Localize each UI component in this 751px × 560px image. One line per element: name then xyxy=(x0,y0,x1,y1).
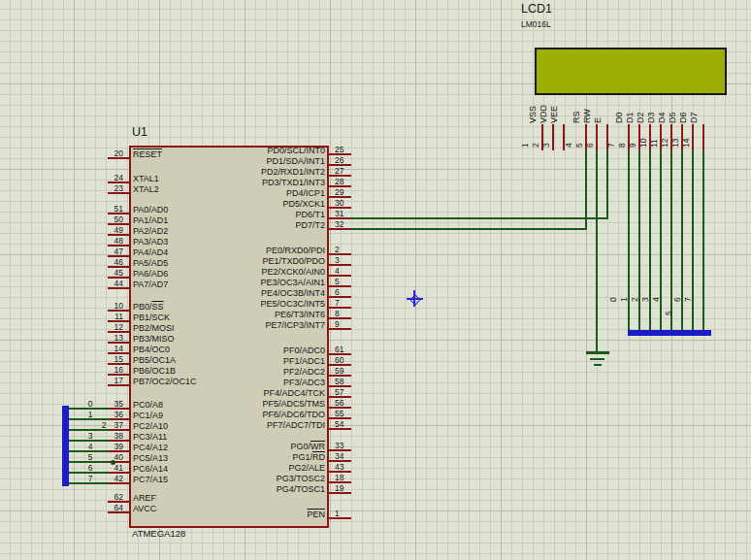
wire[interactable] xyxy=(649,150,651,332)
mcu-pin-label: PEN xyxy=(180,510,325,519)
mcu-pin-label: PD0/SCL/INT0 xyxy=(180,146,325,155)
mcu-pin-label-text: RD xyxy=(312,452,325,462)
wire[interactable] xyxy=(350,217,608,219)
mcu-pin-label-text: PE0/RXD0/PDI xyxy=(266,246,325,255)
lcd-pin-number: 7 xyxy=(606,124,616,148)
lcd-pin-label: D5 xyxy=(668,90,677,123)
lcd-data-bus[interactable] xyxy=(628,330,711,336)
wire[interactable] xyxy=(681,150,683,332)
lcd-pin-number: 9 xyxy=(628,124,637,148)
mcu-pin-number: 8 xyxy=(335,309,362,318)
wire[interactable] xyxy=(596,150,598,352)
lcd-pin-stub[interactable] xyxy=(596,124,598,150)
mcu-pin-label: PD2/RXD1/INT2 xyxy=(180,167,325,177)
mcu-pin-label-text: PF0/ADC0 xyxy=(283,346,325,355)
wire[interactable] xyxy=(606,150,608,219)
ground-symbol[interactable] xyxy=(586,351,609,354)
pc-data-bus[interactable] xyxy=(62,406,69,486)
mcu-pin-label-text: PF3/ADC3 xyxy=(283,378,325,387)
mcu-pin-label-text: PF4/ADC4/TCK xyxy=(263,388,325,398)
bus-entry-label: 7 xyxy=(683,280,693,302)
bus-entry-label: 1 xyxy=(84,410,96,419)
wire[interactable] xyxy=(702,150,704,332)
mcu-pin-label: PE4/OC3B/INT4 xyxy=(180,288,325,298)
mcu-pin-number: 20 xyxy=(96,148,123,158)
mcu-pin-label-text: PD0/SCL/INT0 xyxy=(267,146,325,155)
mcu-pin-label: PD5/XCK1 xyxy=(180,199,325,209)
mcu-pin-number: 9 xyxy=(335,319,362,329)
mcu-pin-label-text: PB2/MOSI xyxy=(133,323,175,333)
schematic-canvas: U1 ATMEGA128 LCD1 LM016L 20RESET24XTAL12… xyxy=(0,0,751,560)
mcu-pin-label-text: PC4/A12 xyxy=(133,443,168,452)
wire[interactable] xyxy=(628,150,630,332)
bus-entry-label: 5 xyxy=(84,452,96,462)
mcu-pin-label-text: PA0/AD0 xyxy=(133,205,168,214)
mcu-pin-label-text: PD2/RXD1/INT2 xyxy=(261,167,325,177)
mcu-pin-label-text: PC2/A10 xyxy=(133,421,168,431)
lcd-pin-label: VSS xyxy=(528,90,538,123)
lcd-pin-label: VEE xyxy=(549,90,559,123)
ground-symbol[interactable] xyxy=(590,358,604,361)
mcu-pin-label-text: SS xyxy=(152,302,164,312)
mcu-pin-label-text: PA3/AD3 xyxy=(133,237,168,247)
wire[interactable] xyxy=(660,150,662,332)
mcu-pin-label-text: PG4/TOSC1 xyxy=(277,484,325,494)
mcu-pin-number: 54 xyxy=(335,419,362,429)
mcu-pin-number: 62 xyxy=(96,492,123,502)
lcd-pin-label: D2 xyxy=(636,90,645,123)
mcu-pin-number: 56 xyxy=(335,398,362,408)
mcu-pin-number: 58 xyxy=(335,377,362,386)
bus-entry-label: 4 xyxy=(651,280,661,302)
mcu-pin-number: 11 xyxy=(96,312,123,321)
wire[interactable] xyxy=(350,228,587,230)
mcu-pin-number: 59 xyxy=(335,366,362,376)
mcu-pin-label: PF7/ADC7/TDI xyxy=(180,420,325,430)
lcd-pin-number: 5 xyxy=(574,124,584,148)
mcu-pin-number: 16 xyxy=(96,365,123,375)
mcu-pin-label-text: PC6/A14 xyxy=(133,464,168,474)
wire[interactable] xyxy=(638,150,640,332)
mcu-pin-label-text: PD5/XCK1 xyxy=(282,199,325,209)
mcu-part-label: ATMEGA128 xyxy=(132,529,185,539)
mcu-pin-number: 64 xyxy=(96,503,123,512)
mcu-pin-number: 45 xyxy=(96,268,123,278)
mcu-pin-number: 17 xyxy=(96,376,123,385)
mcu-pin-label: PG3/TOSC2 xyxy=(180,474,325,483)
mcu-pin-number: 25 xyxy=(335,145,362,154)
mcu-pin-number: 19 xyxy=(335,483,362,493)
lcd-ref-label: LCD1 xyxy=(521,2,552,16)
lcd-display[interactable] xyxy=(535,48,727,95)
mcu-pin-label-text: PB6/OC1B xyxy=(133,366,176,376)
mcu-pin-label-text: PG3/TOSC2 xyxy=(277,474,325,483)
mcu-pin-label-text: PG0/ xyxy=(290,442,310,451)
mcu-pin-label: PD3/TXD1/INT3 xyxy=(180,178,325,187)
mcu-pin-label: PE0/RXD0/PDI xyxy=(180,246,325,255)
junction-dot xyxy=(111,460,115,465)
lcd-pin-label: RW xyxy=(582,90,592,123)
mcu-pin-number: 57 xyxy=(335,387,362,397)
mcu-pin-label: PG2/ALE xyxy=(180,463,325,473)
mcu-pin-label-text: PG2/ALE xyxy=(288,463,325,473)
mcu-pin-label-text: PD6/T1 xyxy=(295,210,325,219)
mcu-pin-label-text: PB4/OC0 xyxy=(133,345,170,354)
bus-entry-label: 2 xyxy=(630,280,639,302)
mcu-pin-label-text: RESET xyxy=(133,149,162,159)
lcd-pin-stub[interactable] xyxy=(702,124,704,150)
lcd-pin-number: 1 xyxy=(520,124,530,148)
mcu-pin-label-text: PC3/A11 xyxy=(133,432,167,442)
bus-entry-label: 2 xyxy=(98,420,110,430)
lcd-pin-number: 11 xyxy=(649,124,659,148)
mcu-pin-label: PF1/ADC1 xyxy=(180,356,325,366)
lcd-pin-number: 3 xyxy=(541,124,551,148)
ground-symbol[interactable] xyxy=(594,364,602,367)
wire[interactable] xyxy=(692,150,694,332)
mcu-pin-label-text: PE6/T3/INT6 xyxy=(275,310,325,319)
mcu-pin-label: PE1/TXD0/PDO xyxy=(180,256,325,266)
lcd-pin-number: 10 xyxy=(638,124,648,148)
lcd-pin-stub[interactable] xyxy=(552,124,554,150)
mcu-pin-label-text: PF1/ADC1 xyxy=(283,356,325,366)
mcu-pin-label-text: PD4/ICP1 xyxy=(286,188,325,198)
mcu-pin-number: 1 xyxy=(335,509,362,518)
mcu-pin-label: PD1/SDA/INT1 xyxy=(180,156,325,166)
lcd-pin-stub[interactable] xyxy=(692,124,694,150)
